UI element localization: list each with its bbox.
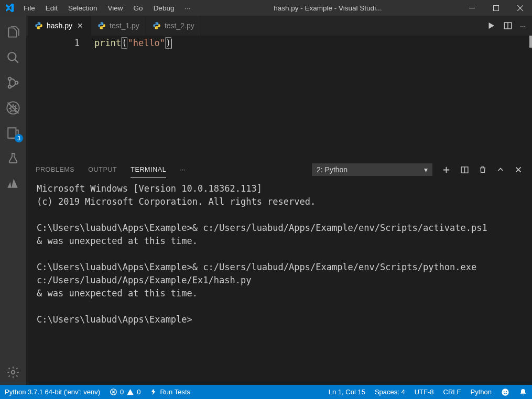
svg-point-15 bbox=[506, 391, 507, 392]
code-line-1: print("hello") bbox=[94, 38, 532, 50]
bottom-panel: PROBLEMS OUTPUT TERMINAL ··· 2: Python ▾ bbox=[26, 160, 532, 385]
editor-tabs: hash.py ✕ test_1.py test_2.py bbox=[26, 16, 532, 36]
tab-test2-py[interactable]: test_2.py bbox=[146, 16, 201, 36]
azure-icon[interactable] bbox=[0, 171, 26, 196]
svg-point-13 bbox=[502, 389, 508, 395]
scm-icon[interactable] bbox=[0, 70, 26, 95]
explorer-icon[interactable] bbox=[0, 20, 26, 45]
panel-overflow-icon[interactable]: ··· bbox=[180, 166, 185, 173]
warnings-count: 0 bbox=[137, 388, 140, 396]
status-python-interpreter[interactable]: Python 3.7.1 64-bit ('env': venv) bbox=[0, 385, 105, 399]
activity-bar: 3 bbox=[0, 16, 26, 385]
close-button[interactable] bbox=[508, 0, 532, 16]
svg-point-5 bbox=[15, 81, 18, 84]
more-icon[interactable]: ··· bbox=[520, 22, 526, 30]
gear-icon[interactable] bbox=[0, 360, 26, 385]
text-cursor bbox=[171, 39, 172, 49]
new-terminal-icon[interactable] bbox=[442, 165, 451, 174]
terminal-select-value: 2: Python bbox=[317, 165, 348, 174]
menu-file[interactable]: File bbox=[18, 0, 40, 16]
tab-test1-py[interactable]: test_1.py bbox=[91, 16, 146, 36]
terminal-select[interactable]: 2: Python ▾ bbox=[312, 163, 432, 176]
close-panel-icon[interactable] bbox=[514, 165, 523, 174]
menu-edit[interactable]: Edit bbox=[40, 0, 63, 16]
maximize-panel-icon[interactable] bbox=[496, 165, 505, 174]
menu-debug[interactable]: Debug bbox=[148, 0, 180, 16]
panel-tab-terminal[interactable]: TERMINAL bbox=[131, 162, 166, 178]
status-notifications-icon[interactable] bbox=[514, 388, 532, 396]
minimize-button[interactable] bbox=[460, 0, 484, 16]
maximize-button[interactable] bbox=[484, 0, 508, 16]
tests-icon[interactable]: 3 bbox=[0, 120, 26, 146]
menu-overflow-icon[interactable]: ··· bbox=[179, 0, 196, 16]
scrollbar-thumb[interactable] bbox=[529, 36, 532, 48]
search-icon[interactable] bbox=[0, 45, 26, 70]
status-run-tests[interactable]: Run Tests bbox=[145, 385, 195, 399]
tab-label: test_2.py bbox=[165, 21, 194, 30]
python-file-icon bbox=[153, 21, 161, 30]
status-encoding[interactable]: UTF-8 bbox=[410, 388, 439, 396]
status-language[interactable]: Python bbox=[466, 388, 496, 396]
panel-tab-output[interactable]: OUTPUT bbox=[88, 162, 117, 178]
status-indentation[interactable]: Spaces: 4 bbox=[370, 388, 410, 396]
line-number: 1 bbox=[26, 36, 94, 160]
python-file-icon bbox=[97, 21, 106, 30]
tab-label: hash.py bbox=[47, 21, 72, 30]
debug-icon[interactable] bbox=[0, 95, 26, 120]
window-title: hash.py - Example - Visual Studi... bbox=[196, 4, 460, 12]
run-tests-label: Run Tests bbox=[160, 388, 190, 396]
beaker-icon[interactable] bbox=[0, 146, 26, 171]
status-bar: Python 3.7.1 64-bit ('env': venv) 0 0 Ru… bbox=[0, 385, 532, 399]
svg-point-14 bbox=[504, 391, 505, 392]
split-editor-icon[interactable] bbox=[503, 21, 513, 30]
status-problems[interactable]: 0 0 bbox=[105, 385, 145, 399]
svg-rect-1 bbox=[493, 5, 498, 10]
svg-point-4 bbox=[8, 85, 11, 88]
tab-hash-py[interactable]: hash.py ✕ bbox=[28, 16, 91, 36]
split-terminal-icon[interactable] bbox=[460, 165, 469, 174]
close-icon[interactable]: ✕ bbox=[76, 21, 84, 30]
svg-point-2 bbox=[8, 52, 16, 60]
chevron-down-icon: ▾ bbox=[424, 165, 428, 174]
run-icon[interactable] bbox=[486, 21, 496, 30]
errors-count: 0 bbox=[120, 388, 124, 396]
status-eol[interactable]: CRLF bbox=[439, 388, 466, 396]
code-editor[interactable]: 1 print("hello") bbox=[26, 36, 532, 160]
kill-terminal-icon[interactable] bbox=[479, 165, 487, 174]
panel-tab-problems[interactable]: PROBLEMS bbox=[36, 162, 74, 178]
tests-badge: 3 bbox=[15, 134, 23, 142]
vscode-logo-icon bbox=[0, 3, 18, 13]
svg-rect-0 bbox=[469, 8, 475, 8]
tab-label: test_1.py bbox=[110, 21, 139, 30]
window-controls bbox=[460, 0, 532, 16]
terminal-output[interactable]: Microsoft Windows [Version 10.0.18362.11… bbox=[26, 179, 532, 385]
svg-point-9 bbox=[12, 371, 15, 374]
status-cursor-position[interactable]: Ln 1, Col 15 bbox=[324, 388, 370, 396]
titlebar: File Edit Selection View Go Debug ··· ha… bbox=[0, 0, 532, 16]
status-feedback-icon[interactable] bbox=[496, 388, 514, 396]
menu-selection[interactable]: Selection bbox=[63, 0, 103, 16]
menu-go[interactable]: Go bbox=[128, 0, 148, 16]
menu-view[interactable]: View bbox=[103, 0, 128, 16]
python-file-icon bbox=[35, 21, 43, 30]
main-menu: File Edit Selection View Go Debug ··· bbox=[18, 0, 196, 16]
svg-point-3 bbox=[8, 77, 11, 80]
